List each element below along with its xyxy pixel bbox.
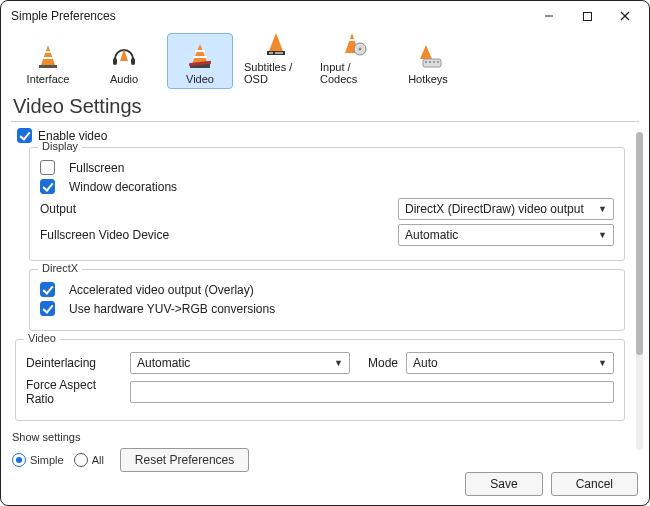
button-label: Reset Preferences [135,453,234,467]
reset-preferences-button[interactable]: Reset Preferences [120,448,249,472]
checkbox-icon [40,179,55,194]
svg-rect-1 [583,12,591,20]
svg-marker-4 [41,45,55,65]
checkbox-icon [40,160,55,175]
output-select[interactable]: DirectX (DirectDraw) video output ▼ [398,198,614,220]
yuv-rgb-checkbox[interactable]: Use hardware YUV->RGB conversions [40,301,614,316]
show-simple-radio[interactable]: Simple [12,453,64,467]
svg-rect-18 [269,52,273,54]
select-value: Auto [413,356,438,370]
svg-marker-11 [192,44,208,64]
maximize-icon [582,11,593,22]
scrollbar[interactable] [636,132,643,450]
category-tabs: Interface Audio Video Subtitles / OSD In… [1,31,649,93]
show-settings-group: Show settings Simple All Reset Preferenc… [12,431,249,472]
radio-icon [12,453,26,467]
svg-rect-7 [39,65,57,68]
enable-video-checkbox[interactable]: Enable video [17,128,627,143]
fullscreen-device-row: Fullscreen Video Device Automatic ▼ [40,224,614,246]
deinterlacing-label: Deinterlacing [26,356,122,370]
svg-rect-13 [193,56,207,58]
tab-subtitles[interactable]: Subtitles / OSD [243,33,309,89]
bottom-bar: Show settings Simple All Reset Preferenc… [0,452,650,506]
disc-cone-icon [337,31,367,59]
checkbox-label: Fullscreen [69,161,124,175]
content-area: Enable video Display Fullscreen Window d… [1,126,649,456]
checkbox-label: Use hardware YUV->RGB conversions [69,302,275,316]
save-button[interactable]: Save [465,472,542,496]
cone-icon [33,43,63,71]
page-title: Video Settings [1,93,649,118]
svg-rect-19 [275,52,283,54]
output-row: Output DirectX (DirectDraw) video output… [40,198,614,220]
svg-rect-27 [429,61,431,63]
title-bar: Simple Preferences [1,1,649,31]
checkbox-label: Window decorations [69,180,177,194]
force-aspect-row: Force Aspect Ratio [26,378,614,406]
chevron-down-icon: ▼ [598,204,607,214]
tab-label: Video [186,73,214,85]
scrollbar-thumb[interactable] [636,132,643,355]
window-controls [531,3,643,29]
button-label: Save [490,477,517,491]
tab-label: Hotkeys [408,73,448,85]
minimize-icon [543,10,555,22]
subtitles-cone-icon [261,31,291,59]
close-icon [619,10,631,22]
tab-hotkeys[interactable]: Hotkeys [395,33,461,89]
group-legend: DirectX [38,262,82,274]
svg-marker-16 [269,33,283,51]
accelerated-output-checkbox[interactable]: Accelerated video output (Overlay) [40,282,614,297]
clapper-cone-icon [185,43,215,71]
directx-group: DirectX Accelerated video output (Overla… [29,269,625,331]
cancel-button[interactable]: Cancel [551,472,638,496]
content-scroll: Enable video Display Fullscreen Window d… [11,126,631,456]
window-decorations-checkbox[interactable]: Window decorations [40,179,614,194]
group-legend: Display [38,140,82,152]
output-label: Output [40,202,390,216]
tab-interface[interactable]: Interface [15,33,81,89]
radio-icon [74,453,88,467]
mode-select[interactable]: Auto ▼ [406,352,614,374]
deinterlacing-select[interactable]: Automatic ▼ [130,352,350,374]
tab-video[interactable]: Video [167,33,233,89]
svg-rect-5 [44,51,52,53]
deinterlace-row: Deinterlacing Automatic ▼ Mode Auto ▼ [26,352,614,374]
select-value: Automatic [137,356,190,370]
divider [11,121,639,122]
keyboard-cone-icon [413,43,443,71]
group-legend: Video [24,332,60,344]
svg-rect-6 [42,57,54,59]
fullscreen-device-select[interactable]: Automatic ▼ [398,224,614,246]
svg-rect-26 [425,61,427,63]
fullscreen-checkbox[interactable]: Fullscreen [40,160,614,175]
display-group: Display Fullscreen Window decorations Ou… [29,147,625,261]
checkbox-label: Accelerated video output (Overlay) [69,283,254,297]
svg-rect-28 [433,61,435,63]
tab-label: Audio [110,73,138,85]
svg-rect-12 [195,50,205,52]
minimize-button[interactable] [531,3,567,29]
chevron-down-icon: ▼ [598,230,607,240]
mode-label: Mode [362,356,398,370]
svg-rect-29 [437,61,439,63]
svg-point-23 [359,48,362,51]
chevron-down-icon: ▼ [598,358,607,368]
tab-audio[interactable]: Audio [91,33,157,89]
select-value: DirectX (DirectDraw) video output [405,202,584,216]
radio-label: Simple [30,454,64,466]
force-aspect-input[interactable] [130,381,614,403]
show-settings-label: Show settings [12,431,249,443]
show-all-radio[interactable]: All [74,453,104,467]
close-button[interactable] [607,3,643,29]
button-label: Cancel [576,477,613,491]
svg-rect-8 [113,58,117,65]
tab-label: Subtitles / OSD [244,61,308,85]
maximize-button[interactable] [569,3,605,29]
tab-input-codecs[interactable]: Input / Codecs [319,33,385,89]
radio-label: All [92,454,104,466]
chevron-down-icon: ▼ [334,358,343,368]
svg-rect-9 [131,58,135,65]
headphones-cone-icon [109,43,139,71]
checkbox-icon [17,128,32,143]
